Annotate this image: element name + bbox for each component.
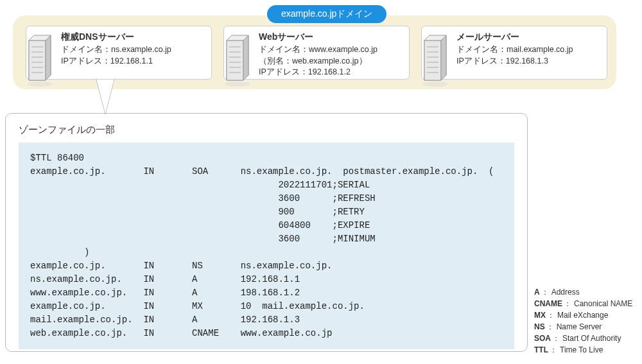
server-ip: IPアドレス：192.168.1.3 (456, 56, 600, 67)
legend-sep: ： (547, 309, 555, 321)
domain-badge: example.co.jpドメイン (267, 5, 386, 23)
svg-point-20 (422, 82, 448, 87)
server-icon (221, 33, 254, 88)
svg-point-13 (225, 82, 250, 87)
server-web: Webサーバー ドメイン名：www.example.co.jp （別名：web.… (223, 26, 410, 80)
legend-val: Canonical NAME (574, 298, 632, 309)
svg-point-6 (27, 82, 53, 87)
legend-key: NS (534, 321, 545, 333)
server-ip: IPアドレス：192.168.1.2 (259, 67, 403, 78)
legend-key: MX (534, 309, 546, 321)
legend-val: Mail eXchange (557, 309, 608, 321)
server-domain: ドメイン名：ns.example.co.jp (61, 44, 205, 56)
server-alias: （別名：web.example.co.jp） (259, 56, 403, 67)
server-mail: メールサーバー ドメイン名：mail.example.co.jp IPアドレス：… (421, 26, 607, 80)
legend-sep: ： (546, 321, 554, 333)
server-ip: IPアドレス：192.168.1.1 (61, 56, 205, 67)
server-icon (419, 33, 451, 88)
callout-pointer (94, 80, 117, 114)
record-legend: A：AddressCNAME：Canonical NAMEMX：Mail eXc… (534, 286, 637, 356)
legend-row: NS：Name Server (534, 321, 637, 333)
legend-val: Time To Live (560, 344, 603, 356)
legend-key: TTL (534, 344, 548, 356)
legend-sep: ： (564, 298, 571, 309)
zone-file-panel: ゾーンファイルの一部 $TTL 86400 example.co.jp. IN … (5, 113, 528, 352)
server-icon (24, 33, 56, 88)
legend-row: CNAME：Canonical NAME (534, 298, 637, 309)
legend-row: SOA：Start Of Authority (534, 333, 637, 344)
zone-file-code: $TTL 86400 example.co.jp. IN SOA ns.exam… (19, 143, 514, 349)
server-title: 権威DNSサーバー (61, 31, 205, 43)
legend-sep: ： (541, 286, 549, 298)
legend-sep: ： (550, 344, 557, 356)
legend-val: Address (551, 286, 580, 298)
legend-key: SOA (534, 333, 551, 344)
legend-key: A (534, 286, 540, 298)
legend-row: A：Address (534, 286, 637, 298)
legend-val: Name Server (557, 321, 602, 333)
server-domain: ドメイン名：www.example.co.jp (259, 44, 403, 56)
server-dns: 権威DNSサーバー ドメイン名：ns.example.co.jp IPアドレス：… (26, 26, 212, 80)
server-title: メールサーバー (456, 31, 600, 43)
legend-row: TTL：Time To Live (534, 344, 637, 356)
legend-sep: ： (552, 333, 560, 344)
zone-file-title: ゾーンファイルの一部 (19, 124, 514, 136)
server-domain: ドメイン名：mail.example.co.jp (456, 44, 600, 56)
legend-key: CNAME (534, 298, 562, 309)
legend-row: MX：Mail eXchange (534, 309, 637, 321)
server-title: Webサーバー (259, 31, 403, 43)
legend-val: Start Of Authority (562, 333, 621, 344)
